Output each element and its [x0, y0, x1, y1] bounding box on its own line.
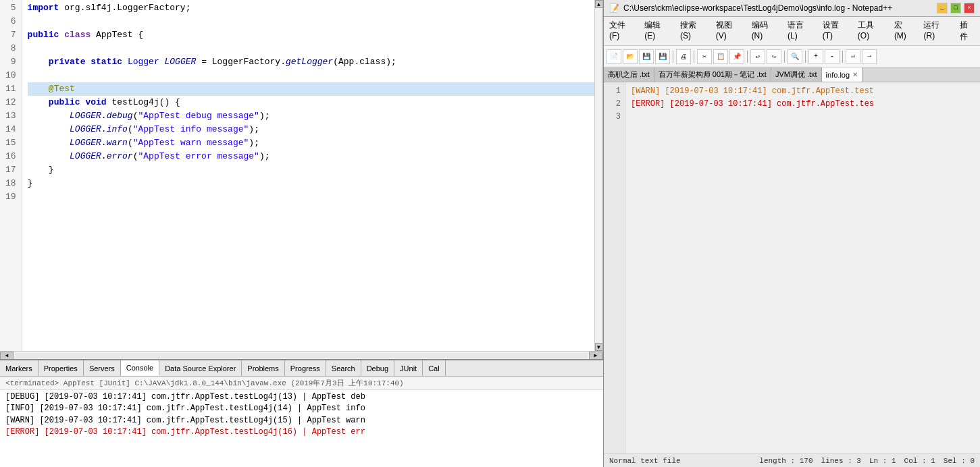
toolbar-sep2: [694, 51, 694, 63]
npp-tab-jvm----txt[interactable]: JVM调优 .txt: [771, 67, 822, 82]
console-tab-properties[interactable]: Properties: [38, 360, 84, 376]
print-button[interactable]: 🖨: [676, 49, 691, 64]
sel-label: Sel : 0: [944, 457, 975, 465]
console-tab-data-source-explorer[interactable]: Data Source Explorer: [159, 360, 242, 376]
paste-button[interactable]: 📌: [729, 49, 744, 64]
copy-button[interactable]: 📋: [713, 49, 728, 64]
code-lines: import org.slf4j.LoggerFactory; public c…: [22, 0, 594, 351]
menu-item-m[interactable]: 宏(M): [889, 18, 919, 44]
console-tab-debug[interactable]: Debug: [361, 360, 394, 376]
horizontal-scrollbar[interactable]: ◀ ▶: [0, 351, 602, 359]
zoom-in-button[interactable]: +: [808, 49, 823, 64]
toolbar-sep3: [747, 51, 748, 63]
console-tab-markers[interactable]: Markers: [0, 360, 38, 376]
save-all-button[interactable]: 💾: [655, 49, 670, 64]
notepad-statusbar: Normal text file length : 170 lines : 3 …: [604, 454, 980, 467]
word-wrap-button[interactable]: ⏎: [846, 49, 860, 64]
console-tab-console[interactable]: Console: [121, 360, 159, 376]
length-label: length : 170: [759, 457, 813, 465]
console-tab-cal[interactable]: Cal: [423, 360, 446, 376]
toolbar-sep5: [805, 51, 806, 63]
menu-item-n[interactable]: 编码(N): [746, 18, 782, 44]
console-tab-progress[interactable]: Progress: [285, 360, 326, 376]
indent-button[interactable]: →: [862, 49, 877, 64]
npp-tab-------txt[interactable]: 高职之后 .txt: [604, 67, 654, 82]
scroll-indicator[interactable]: ▲ ▼: [594, 0, 602, 351]
toolbar-sep1: [673, 51, 673, 63]
menu-item-e[interactable]: 编辑(E): [639, 18, 675, 44]
menu-item-f[interactable]: 文件(F): [604, 18, 639, 44]
col-label: Col : 1: [904, 457, 935, 465]
console-output: [DEBUG] [2019-07-03 10:17:41] com.jtfr.A…: [0, 390, 603, 467]
scroll-up-button[interactable]: ▲: [595, 0, 603, 8]
npp-tab-info-log[interactable]: info.log✕: [822, 67, 862, 82]
menu-item-v[interactable]: 视图(V): [711, 18, 746, 44]
console-header: <terminated> AppTest [JUnit] C:\JAVA\jdk…: [0, 377, 603, 390]
console-tab-junit[interactable]: JUnit: [394, 360, 423, 376]
notepad-title: C:\Users\ckm\eclipse-workspace\TestLog4j…: [623, 3, 892, 13]
menu-item-r[interactable]: 运行(R): [918, 18, 954, 44]
console-tab-search[interactable]: Search: [326, 360, 361, 376]
menu-item-o[interactable]: 工具(O): [852, 18, 889, 44]
maximize-button[interactable]: □: [950, 3, 961, 13]
menu-item-l[interactable]: 语言(L): [782, 18, 817, 44]
console-tab-servers[interactable]: Servers: [84, 360, 121, 376]
scroll-left-button[interactable]: ◀: [0, 352, 14, 360]
redo-button[interactable]: ↪: [767, 49, 781, 64]
open-file-button[interactable]: 📂: [623, 49, 638, 64]
line-numbers: 5678910111213141516171819: [0, 0, 22, 351]
notepad-toolbar: 📄 📂 💾 💾 🖨 ✂ 📋 📌 ↩ ↪ 🔍 + - ⏎: [604, 46, 980, 67]
undo-button[interactable]: ↩: [750, 49, 765, 64]
zoom-out-button[interactable]: -: [825, 49, 840, 64]
find-button[interactable]: 🔍: [788, 49, 802, 64]
cut-button[interactable]: ✂: [697, 49, 712, 64]
minimize-button[interactable]: _: [937, 3, 948, 13]
new-file-button[interactable]: 📄: [607, 49, 621, 64]
toolbar-sep6: [842, 51, 843, 63]
notepad-menubar: 文件(F)编辑(E)搜索(S)视图(V)编码(N)语言(L)设置(T)工具(O)…: [604, 17, 980, 46]
notepad-tabs: 高职之后 .txt百万年薪架构师 001期－笔记 .txtJVM调优 .txti…: [604, 67, 980, 82]
lines-label: lines : 3: [821, 457, 861, 465]
ln-label: Ln : 1: [869, 457, 896, 465]
notepad-titlebar: 📝 C:\Users\ckm\eclipse-workspace\TestLog…: [604, 0, 980, 17]
save-file-button[interactable]: 💾: [639, 49, 654, 64]
npp-line-numbers: 123: [604, 82, 625, 454]
notepad-content: 123 [WARN] [2019-07-03 10:17:41] com.jtf…: [604, 82, 980, 454]
file-type-label: Normal text file: [609, 457, 681, 465]
scroll-down-button[interactable]: ▼: [595, 343, 603, 351]
close-button[interactable]: ×: [964, 3, 975, 13]
menu-item-s[interactable]: 搜索(S): [675, 18, 711, 44]
tab-close-icon[interactable]: ✕: [852, 71, 858, 78]
console-tab-problems[interactable]: Problems: [242, 360, 284, 376]
notepad-icon: 📝: [609, 3, 619, 13]
scroll-right-button[interactable]: ▶: [589, 352, 602, 360]
console-tabs-bar: MarkersPropertiesServersConsoleData Sour…: [0, 360, 603, 377]
menu-item-t[interactable]: 设置(T): [817, 18, 852, 44]
npp-code-area[interactable]: [WARN] [2019-07-03 10:17:41] com.jtfr.Ap…: [625, 82, 980, 454]
toolbar-sep4: [784, 51, 785, 63]
menu-item-[interactable]: 插件: [954, 18, 980, 44]
npp-tab---------001------txt[interactable]: 百万年薪架构师 001期－笔记 .txt: [654, 67, 771, 82]
